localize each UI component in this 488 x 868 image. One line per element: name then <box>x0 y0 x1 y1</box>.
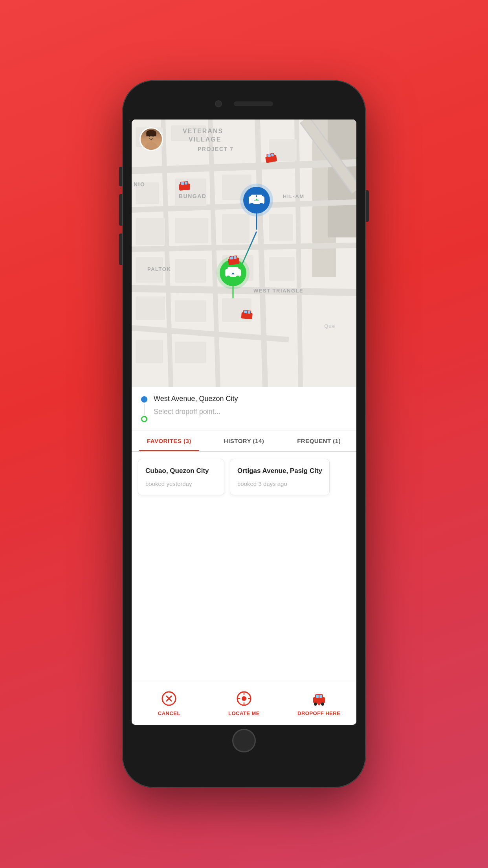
svg-rect-73 <box>248 311 251 313</box>
svg-text:VILLAGE: VILLAGE <box>189 136 221 143</box>
tabs-bar: FAVORITES (3) HISTORY (14) FREQUENT (1) <box>132 430 356 452</box>
svg-text:Que: Que <box>324 323 335 329</box>
phone-top-bar <box>122 80 366 120</box>
svg-rect-64 <box>181 182 185 185</box>
speaker <box>234 101 273 106</box>
svg-rect-21 <box>175 218 208 243</box>
fav-title-1: Ortigas Avenue, Pasig City <box>237 467 322 475</box>
svg-text:HIL-AM: HIL-AM <box>283 193 305 199</box>
cancel-button[interactable]: CANCEL <box>132 682 207 725</box>
svg-rect-92 <box>319 695 322 698</box>
svg-rect-55 <box>227 267 238 273</box>
dropoff-here-button[interactable]: DROPOFF HERE <box>281 682 356 725</box>
svg-rect-33 <box>175 342 206 363</box>
svg-rect-22 <box>222 214 250 243</box>
tab-frequent[interactable]: FREQUENT (1) <box>281 430 356 451</box>
svg-point-94 <box>321 702 324 706</box>
phone-screen: VETERANS VILLAGE PROJECT 7 NIO BUNGAD PA… <box>132 120 356 725</box>
locate-icon <box>236 691 252 708</box>
dropoff-placeholder[interactable]: Select dropoff point... <box>154 408 347 416</box>
svg-text:VETERANS: VETERANS <box>183 128 223 134</box>
svg-point-79 <box>152 135 154 137</box>
svg-point-84 <box>242 696 246 701</box>
svg-text:PROJECT 7: PROJECT 7 <box>198 146 233 152</box>
dropoff-dot <box>141 416 147 422</box>
svg-rect-29 <box>136 296 165 320</box>
location-bar: West Avenue, Quezon City Select dropoff … <box>132 387 356 430</box>
fav-title-0: Cubao, Quezon City <box>145 467 217 475</box>
dropoff-label: DROPOFF HERE <box>297 710 340 716</box>
svg-rect-20 <box>136 218 165 245</box>
svg-text:PALTOK: PALTOK <box>147 266 171 272</box>
phone-bottom <box>232 725 256 756</box>
camera <box>215 100 222 107</box>
fav-subtitle-0: booked yesterday <box>145 480 217 487</box>
locate-me-button[interactable]: LOCATE ME <box>207 682 282 725</box>
svg-line-7 <box>132 289 356 292</box>
tab-favorites[interactable]: FAVORITES (3) <box>132 430 207 451</box>
svg-point-77 <box>145 142 158 151</box>
avatar <box>139 127 163 151</box>
bottom-nav: CANCEL LOCATE ME <box>132 682 356 725</box>
pickup-dot <box>141 396 147 403</box>
svg-text:WEST TRIANGLE: WEST TRIANGLE <box>253 288 303 294</box>
favorite-card-0[interactable]: Cubao, Quezon City booked yesterday <box>138 459 224 495</box>
svg-rect-91 <box>316 695 319 698</box>
phone-frame: VETERANS VILLAGE PROJECT 7 NIO BUNGAD PA… <box>122 80 366 788</box>
cancel-icon <box>161 691 177 708</box>
svg-point-50 <box>259 203 263 207</box>
svg-rect-18 <box>175 178 206 206</box>
home-button[interactable] <box>232 729 256 752</box>
svg-rect-69 <box>234 256 237 259</box>
pickup-location[interactable]: West Avenue, Quezon City <box>154 395 347 403</box>
svg-point-49 <box>250 203 254 207</box>
svg-point-56 <box>226 276 230 280</box>
dropoff-icon <box>311 691 327 708</box>
svg-rect-76 <box>146 133 156 136</box>
map-area: VETERANS VILLAGE PROJECT 7 NIO BUNGAD PA… <box>132 120 356 387</box>
locate-label: LOCATE ME <box>228 710 260 716</box>
svg-rect-32 <box>136 340 163 363</box>
svg-rect-61 <box>271 153 274 156</box>
svg-rect-72 <box>244 311 248 314</box>
tab-history[interactable]: HISTORY (14) <box>207 430 282 451</box>
svg-rect-60 <box>267 154 271 157</box>
svg-rect-68 <box>230 256 233 259</box>
svg-point-57 <box>236 276 240 280</box>
svg-text:BUNGAD: BUNGAD <box>179 193 206 199</box>
svg-point-93 <box>314 702 317 706</box>
fav-subtitle-1: booked 3 days ago <box>237 480 322 487</box>
favorites-list: Cubao, Quezon City booked yesterday Orti… <box>132 452 356 502</box>
svg-rect-30 <box>175 300 206 322</box>
svg-rect-28 <box>269 257 295 281</box>
cancel-label: CANCEL <box>158 710 180 716</box>
svg-rect-24 <box>175 259 206 283</box>
svg-text:NIO: NIO <box>134 181 145 188</box>
favorite-card-1[interactable]: Ortigas Avenue, Pasig City booked 3 days… <box>230 459 330 495</box>
svg-rect-27 <box>269 214 293 241</box>
svg-rect-65 <box>185 182 188 184</box>
svg-point-78 <box>149 135 150 137</box>
